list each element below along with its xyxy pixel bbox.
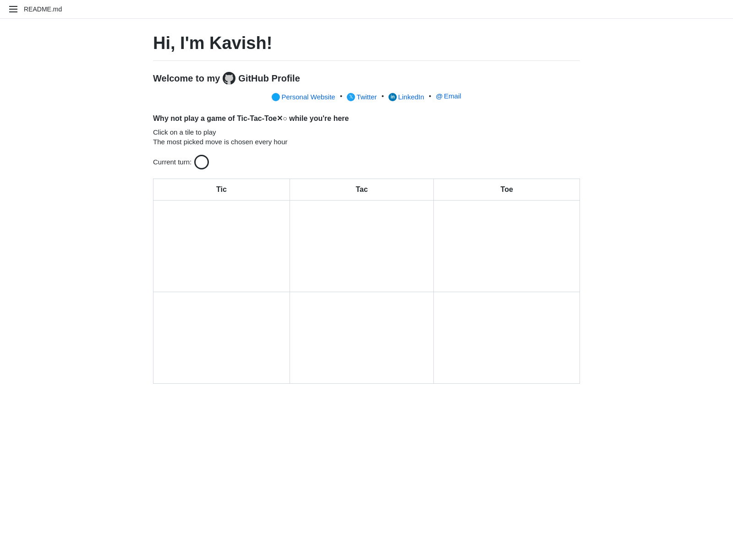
table-row	[153, 200, 580, 292]
tictactoe-board: Tic Tac Toe	[153, 179, 580, 384]
instruction-2: The most picked move is chosen every hou…	[153, 138, 580, 146]
col-toe: Toe	[434, 179, 580, 200]
cell-0-0[interactable]	[153, 200, 290, 292]
cell-1-0[interactable]	[153, 292, 290, 383]
o-symbol	[194, 155, 209, 169]
separator-2: •	[382, 92, 384, 100]
email-label: Email	[444, 92, 461, 100]
personal-website-link[interactable]: 🌐 Personal Website	[272, 93, 335, 101]
at-icon: @	[436, 92, 443, 100]
globe-icon: 🌐	[272, 93, 280, 101]
twitter-label: Twitter	[356, 93, 377, 101]
instruction-1: Click on a tile to play	[153, 128, 580, 136]
cell-1-1[interactable]	[290, 292, 434, 383]
twitter-icon: 𝕏	[347, 93, 355, 101]
linkedin-icon: in	[388, 93, 397, 101]
linkedin-link[interactable]: in LinkedIn	[388, 93, 424, 101]
current-turn: Current turn:	[153, 155, 580, 169]
column-headers: Tic Tac Toe	[153, 179, 580, 200]
separator-3: •	[429, 92, 431, 100]
linkedin-label: LinkedIn	[398, 93, 424, 101]
col-tac: Tac	[290, 179, 434, 200]
links-row: 🌐 Personal Website • 𝕏 Twitter • in Link…	[153, 92, 580, 101]
cell-0-2[interactable]	[434, 200, 580, 292]
current-turn-label: Current turn:	[153, 158, 191, 166]
welcome-line: Welcome to my GitHub Profile	[153, 72, 580, 85]
cell-0-1[interactable]	[290, 200, 434, 292]
separator-1: •	[340, 92, 342, 100]
twitter-link[interactable]: 𝕏 Twitter	[347, 93, 377, 101]
divider-1	[153, 60, 580, 61]
menu-icon[interactable]	[9, 6, 17, 12]
top-bar-title: README.md	[24, 5, 62, 13]
welcome-text: Welcome to my	[153, 73, 220, 84]
main-heading: Hi, I'm Kavish!	[153, 33, 580, 53]
email-link[interactable]: @ Email	[436, 92, 461, 100]
game-intro: Why not play a game of Tic-Tac-Toe✕○ whi…	[153, 114, 580, 123]
col-tic: Tic	[153, 179, 290, 200]
personal-website-label: Personal Website	[281, 93, 335, 101]
welcome-suffix: GitHub Profile	[238, 73, 300, 84]
github-octocat-icon	[223, 72, 235, 85]
cell-1-2[interactable]	[434, 292, 580, 383]
top-bar: README.md	[0, 0, 733, 19]
table-row	[153, 292, 580, 383]
main-content: Hi, I'm Kavish! Welcome to my GitHub Pro…	[142, 19, 591, 398]
